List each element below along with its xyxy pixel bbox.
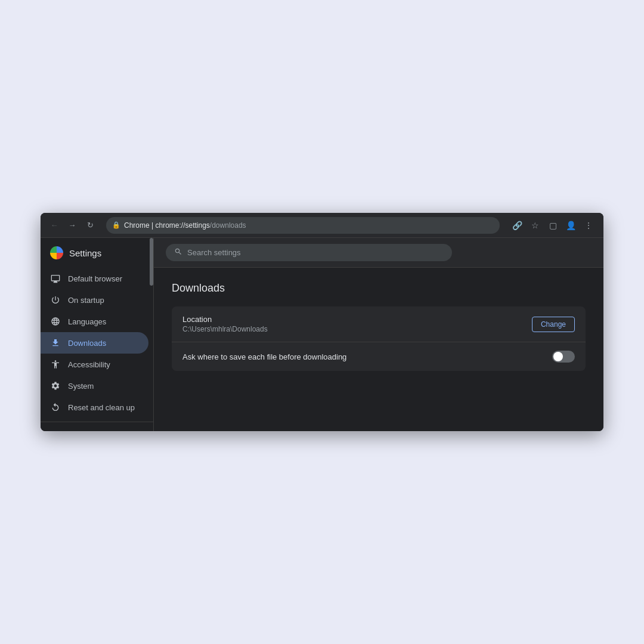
ask-save-row: Ask where to save each file before downl…	[172, 342, 586, 371]
location-label: Location	[182, 315, 268, 324]
browser-window: ← → ↻ 🔒 Chrome | chrome://settings/downl…	[41, 213, 603, 431]
default-browser-icon	[50, 273, 61, 284]
sidebar-label-downloads: Downloads	[68, 339, 106, 348]
sidebar: Settings Default browser On startup	[41, 238, 154, 431]
settings-header: Settings	[41, 238, 153, 265]
ask-save-toggle[interactable]	[552, 351, 575, 363]
address-text: Chrome | chrome://settings/downloads	[124, 221, 246, 230]
change-button[interactable]: Change	[532, 317, 575, 332]
browser-toolbar: ← → ↻ 🔒 Chrome | chrome://settings/downl…	[41, 213, 603, 238]
ask-save-label: Ask where to save each file before downl…	[182, 352, 346, 361]
sidebar-label-reset-clean: Reset and clean up	[68, 403, 135, 412]
system-icon	[50, 380, 61, 391]
site-name: Chrome	[124, 221, 150, 230]
reset-clean-icon	[50, 402, 61, 413]
accessibility-icon	[50, 359, 61, 370]
address-domain: settings	[185, 221, 210, 230]
sidebar-item-languages[interactable]: Languages	[41, 311, 148, 332]
main-content: Search settings Downloads Location C:\Us…	[154, 238, 603, 431]
refresh-button[interactable]: ↻	[83, 219, 97, 232]
location-row: Location C:\Users\mhlra\Downloads Change	[172, 306, 586, 342]
search-bar-container: Search settings	[154, 238, 603, 268]
lock-icon: 🔒	[112, 221, 120, 229]
sidebar-item-default-browser[interactable]: Default browser	[41, 268, 148, 289]
menu-button[interactable]: ⋮	[581, 218, 596, 233]
settings-logo	[50, 246, 63, 259]
downloads-icon	[50, 338, 61, 348]
address-protocol: chrome://	[155, 221, 185, 230]
bookmark-button[interactable]: ☆	[527, 218, 543, 233]
sidebar-label-accessibility: Accessibility	[68, 360, 110, 369]
sidebar-label-default-browser: Default browser	[68, 274, 122, 283]
profile-button[interactable]: 👤	[563, 218, 578, 233]
forward-button[interactable]: →	[66, 219, 79, 232]
sidebar-nav: Default browser On startup Languages	[41, 265, 153, 431]
address-path: /downloads	[210, 221, 246, 230]
sidebar-item-downloads[interactable]: Downloads	[41, 332, 148, 354]
search-bar[interactable]: Search settings	[166, 244, 452, 261]
search-icon	[174, 247, 182, 258]
toggle-knob	[553, 352, 563, 361]
sidebar-label-languages: Languages	[68, 317, 106, 326]
location-value: C:\Users\mhlra\Downloads	[182, 325, 268, 333]
languages-icon	[50, 316, 61, 327]
page-title: Downloads	[172, 282, 586, 295]
content-area: Downloads Location C:\Users\mhlra\Downlo…	[154, 268, 603, 385]
share-button[interactable]: 🔗	[509, 218, 525, 233]
sidebar-item-accessibility[interactable]: Accessibility	[41, 354, 148, 375]
sidebar-item-reset-clean[interactable]: Reset and clean up	[41, 397, 148, 418]
toolbar-actions: 🔗 ☆ ▢ 👤 ⋮	[509, 218, 596, 233]
tab-button[interactable]: ▢	[545, 218, 561, 233]
sidebar-scroll-thumb[interactable]	[150, 238, 153, 286]
address-bar[interactable]: 🔒 Chrome | chrome://settings/downloads	[106, 217, 500, 234]
sidebar-item-on-startup[interactable]: On startup	[41, 289, 148, 311]
back-button[interactable]: ←	[48, 219, 61, 232]
search-placeholder: Search settings	[187, 248, 241, 257]
sidebar-label-on-startup: On startup	[68, 296, 104, 305]
sidebar-divider	[41, 422, 153, 422]
sidebar-label-system: System	[68, 382, 94, 391]
settings-title: Settings	[69, 248, 101, 258]
on-startup-icon	[50, 295, 61, 305]
sidebar-item-system[interactable]: System	[41, 375, 148, 397]
browser-body: Settings Default browser On startup	[41, 238, 603, 431]
sidebar-item-extensions[interactable]: Extensions ➚	[41, 426, 148, 431]
location-info: Location C:\Users\mhlra\Downloads	[182, 315, 268, 333]
sidebar-scrollbar[interactable]	[150, 238, 153, 431]
downloads-settings-card: Location C:\Users\mhlra\Downloads Change…	[172, 306, 586, 371]
